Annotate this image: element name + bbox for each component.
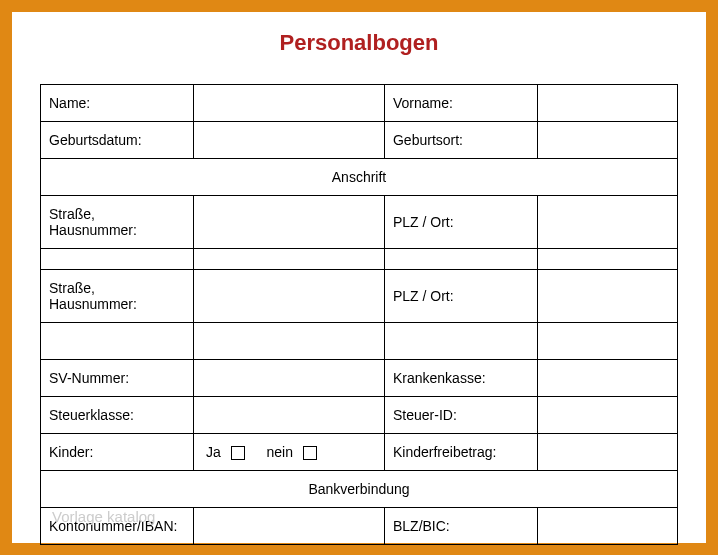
field-empty-f[interactable] bbox=[193, 323, 384, 360]
field-empty-c[interactable] bbox=[384, 249, 537, 270]
personnel-form-table: Name: Vorname: Geburtsdatum: Geburtsort:… bbox=[40, 84, 678, 545]
field-krankenkasse[interactable] bbox=[537, 360, 677, 397]
field-kinderfreibetrag[interactable] bbox=[537, 434, 677, 471]
field-empty-g[interactable] bbox=[384, 323, 537, 360]
label-kinderfreibetrag: Kinderfreibetrag: bbox=[384, 434, 537, 471]
field-steuerid[interactable] bbox=[537, 397, 677, 434]
field-empty-a[interactable] bbox=[41, 249, 194, 270]
field-empty-e[interactable] bbox=[41, 323, 194, 360]
field-plzort-2[interactable] bbox=[537, 270, 677, 323]
field-svnummer[interactable] bbox=[193, 360, 384, 397]
field-empty-d[interactable] bbox=[537, 249, 677, 270]
label-kinder: Kinder: bbox=[41, 434, 194, 471]
label-blzbic: BLZ/BIC: bbox=[384, 508, 537, 545]
label-steuerklasse: Steuerklasse: bbox=[41, 397, 194, 434]
field-kontonummer[interactable] bbox=[193, 508, 384, 545]
page-title: Personalbogen bbox=[40, 30, 678, 56]
label-name: Name: bbox=[41, 85, 194, 122]
checkbox-ja[interactable] bbox=[231, 446, 245, 460]
section-anschrift: Anschrift bbox=[41, 159, 678, 196]
label-plzort-2: PLZ / Ort: bbox=[384, 270, 537, 323]
field-kinder-options: Ja nein bbox=[193, 434, 384, 471]
label-plzort-1: PLZ / Ort: bbox=[384, 196, 537, 249]
checkbox-nein[interactable] bbox=[303, 446, 317, 460]
label-vorname: Vorname: bbox=[384, 85, 537, 122]
field-empty-h[interactable] bbox=[537, 323, 677, 360]
label-geburtsdatum: Geburtsdatum: bbox=[41, 122, 194, 159]
label-steuerid: Steuer-ID: bbox=[384, 397, 537, 434]
field-blzbic[interactable] bbox=[537, 508, 677, 545]
field-strasse-2[interactable] bbox=[193, 270, 384, 323]
field-strasse-1[interactable] bbox=[193, 196, 384, 249]
label-strasse-1: Straße, Hausnummer: bbox=[41, 196, 194, 249]
field-plzort-1[interactable] bbox=[537, 196, 677, 249]
label-geburtsort: Geburtsort: bbox=[384, 122, 537, 159]
field-steuerklasse[interactable] bbox=[193, 397, 384, 434]
field-empty-b[interactable] bbox=[193, 249, 384, 270]
field-geburtsdatum[interactable] bbox=[193, 122, 384, 159]
form-container: Personalbogen Name: Vorname: Geburtsdatu… bbox=[0, 0, 718, 555]
section-bankverbindung: Bankverbindung bbox=[41, 471, 678, 508]
field-name[interactable] bbox=[193, 85, 384, 122]
label-strasse-2: Straße, Hausnummer: bbox=[41, 270, 194, 323]
label-ja: Ja bbox=[206, 444, 221, 460]
label-svnummer: SV-Nummer: bbox=[41, 360, 194, 397]
label-kontonummer: Kontonummer/IBAN: bbox=[41, 508, 194, 545]
label-nein: nein bbox=[266, 444, 292, 460]
field-vorname[interactable] bbox=[537, 85, 677, 122]
label-krankenkasse: Krankenkasse: bbox=[384, 360, 537, 397]
field-geburtsort[interactable] bbox=[537, 122, 677, 159]
